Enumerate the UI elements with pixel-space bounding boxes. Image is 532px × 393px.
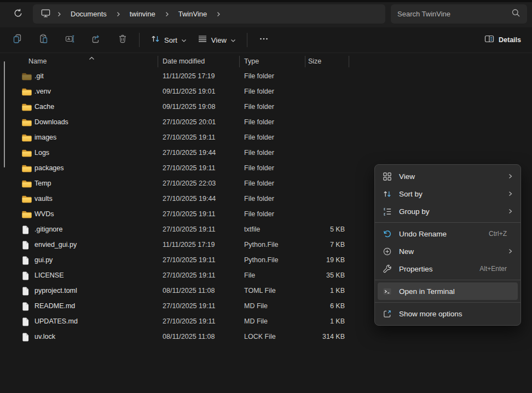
- file-date-modified: 27/10/2025 19:44: [163, 149, 216, 157]
- menu-item-view[interactable]: View: [378, 167, 518, 185]
- details-button[interactable]: Details: [480, 31, 525, 49]
- file-row[interactable]: Cache09/11/2025 19:08File folder: [0, 100, 532, 115]
- file-name: pyproject.toml: [34, 287, 77, 294]
- file-type: MD File: [244, 302, 268, 310]
- copy-button[interactable]: [7, 31, 28, 49]
- file-icon: [22, 226, 32, 234]
- file-icon: [22, 302, 32, 311]
- share-icon: [91, 34, 101, 46]
- file-date-modified: 27/10/2025 19:11: [163, 226, 215, 233]
- terminal-icon: [382, 286, 392, 296]
- show-more-icon: [382, 309, 392, 319]
- file-type: txtfile: [244, 226, 260, 233]
- file-type: Python.File: [244, 256, 279, 264]
- view-dropdown[interactable]: View: [192, 31, 241, 49]
- folder-icon: [22, 103, 32, 112]
- column-header-date-modified[interactable]: Date modified: [163, 57, 205, 65]
- file-name: gui.py: [34, 256, 53, 264]
- column-resize-handle[interactable]: [349, 56, 349, 67]
- menu-item-show-more-options[interactable]: Show more options: [378, 305, 518, 322]
- menu-item-properties[interactable]: PropertiesAlt+Enter: [378, 260, 518, 278]
- file-row[interactable]: .git11/11/2025 17:19File folder: [0, 69, 532, 84]
- folder-icon: [22, 72, 32, 81]
- file-date-modified: 09/11/2025 19:08: [163, 103, 215, 111]
- search-box[interactable]: [391, 4, 527, 24]
- paste-button[interactable]: [33, 31, 55, 49]
- delete-button[interactable]: [112, 31, 134, 49]
- chevron-down-icon: [230, 38, 236, 43]
- file-type: LOCK File: [244, 333, 276, 340]
- file-date-modified: 09/11/2025 19:01: [163, 88, 215, 95]
- file-name: envied_gui.py: [34, 241, 77, 248]
- breadcrumb-item-twinvine[interactable]: TwinVine: [175, 8, 211, 20]
- this-pc-icon: [41, 8, 51, 20]
- file-name: vaults: [34, 195, 53, 203]
- file-row[interactable]: .venv09/11/2025 19:01File folder: [0, 84, 532, 100]
- breadcrumb-chevron-icon: [164, 11, 170, 17]
- more-options-button[interactable]: [253, 31, 275, 49]
- details-pane-icon: [484, 34, 494, 46]
- file-icon: [22, 287, 32, 296]
- file-name: .gitignore: [34, 226, 62, 233]
- new-icon: [382, 246, 392, 256]
- menu-item-label: Undo Rename: [399, 230, 489, 238]
- folder-icon: [22, 118, 32, 127]
- file-name: Logs: [34, 149, 49, 157]
- sort-icon: [151, 34, 160, 46]
- file-date-modified: 27/10/2025 19:11: [163, 134, 215, 141]
- file-row[interactable]: uv.lock08/11/2025 11:08LOCK File314 KB: [0, 330, 532, 345]
- column-header-size[interactable]: Size: [308, 57, 321, 65]
- sort-icon: [382, 189, 392, 199]
- file-type: File folder: [244, 180, 274, 187]
- column-resize-handle[interactable]: [305, 56, 305, 67]
- sort-dropdown[interactable]: Sort: [145, 31, 192, 49]
- file-date-modified: 27/10/2025 20:01: [163, 118, 216, 126]
- file-size: 35 KB: [296, 271, 345, 279]
- file-row[interactable]: Logs27/10/2025 19:44File folder: [0, 146, 532, 161]
- menu-item-sort-by[interactable]: Sort by: [378, 185, 518, 203]
- file-date-modified: 27/10/2025 19:11: [163, 317, 215, 325]
- menu-separator: [375, 302, 521, 303]
- file-icon: [22, 241, 32, 250]
- file-name: Downloads: [34, 118, 68, 126]
- delete-icon: [118, 34, 128, 46]
- column-resize-handle[interactable]: [158, 56, 158, 67]
- group-by-icon: [382, 206, 392, 216]
- menu-item-undo-rename[interactable]: Undo RenameCtrl+Z: [378, 225, 518, 242]
- menu-item-label: New: [399, 247, 507, 256]
- file-type: MD File: [244, 317, 268, 325]
- share-button[interactable]: [85, 31, 107, 49]
- file-row[interactable]: images27/10/2025 19:11File folder: [0, 130, 532, 146]
- file-date-modified: 27/10/2025 19:11: [163, 271, 215, 279]
- file-date-modified: 08/11/2025 11:08: [163, 287, 215, 294]
- file-name: LICENSE: [34, 271, 64, 279]
- breadcrumb-item-twinvine[interactable]: twinvine: [126, 8, 159, 20]
- breadcrumb-chevron-icon: [216, 11, 221, 17]
- search-input[interactable]: [397, 10, 511, 18]
- file-row[interactable]: Downloads27/10/2025 20:01File folder: [0, 115, 532, 130]
- menu-item-label: Group by: [399, 207, 507, 216]
- menu-separator: [375, 280, 521, 280]
- file-date-modified: 11/11/2025 17:19: [163, 241, 215, 248]
- file-icon: [22, 333, 32, 342]
- column-header-name[interactable]: Name: [28, 57, 47, 65]
- breadcrumb-item-documents[interactable]: Documents: [67, 8, 110, 20]
- column-resize-handle[interactable]: [239, 56, 240, 67]
- file-type: File: [244, 271, 255, 279]
- column-header-type[interactable]: Type: [244, 57, 259, 65]
- file-size: 314 KB: [296, 333, 345, 340]
- file-name: README.md: [34, 302, 75, 310]
- file-name: UPDATES.md: [34, 317, 78, 325]
- file-size: 5 KB: [296, 226, 345, 233]
- rename-button[interactable]: [59, 31, 81, 49]
- nav-pane-scrollbar[interactable]: [4, 61, 5, 167]
- menu-item-group-by[interactable]: Group by: [378, 203, 518, 220]
- address-bar[interactable]: DocumentstwinvineTwinVine: [33, 4, 385, 24]
- refresh-button[interactable]: [11, 7, 25, 21]
- file-type: File folder: [244, 134, 274, 141]
- menu-item-new[interactable]: New: [378, 242, 518, 260]
- menu-item-open-in-terminal[interactable]: Open in Terminal: [378, 282, 518, 300]
- file-type: File folder: [244, 88, 274, 95]
- file-name: .git: [34, 72, 44, 80]
- file-size: 6 KB: [296, 302, 345, 310]
